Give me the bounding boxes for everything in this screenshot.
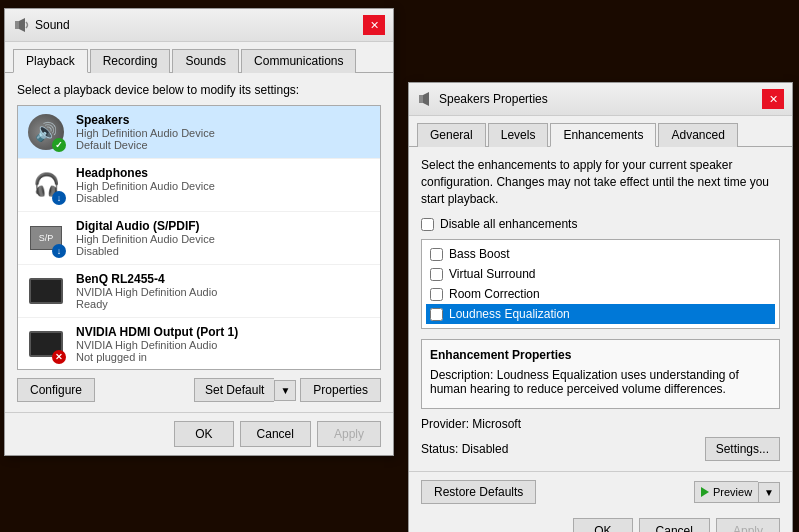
device-info-speakers: Speakers High Definition Audio Device De… bbox=[76, 113, 372, 151]
tab-playback[interactable]: Playback bbox=[13, 49, 88, 73]
device-icon-speakers: 🔊 ✓ bbox=[26, 112, 66, 152]
device-item-headphones[interactable]: 🎧 ↓ Headphones High Definition Audio Dev… bbox=[18, 159, 380, 212]
props-cancel-button[interactable]: Cancel bbox=[639, 518, 710, 532]
disable-all-checkbox[interactable] bbox=[421, 218, 434, 231]
settings-button[interactable]: Settings... bbox=[705, 437, 780, 461]
tab-sounds[interactable]: Sounds bbox=[172, 49, 239, 73]
sound-title-icon bbox=[13, 17, 29, 33]
device-sub2-hdmi: Not plugged in bbox=[76, 351, 372, 363]
svg-marker-1 bbox=[19, 18, 25, 32]
device-name-headphones: Headphones bbox=[76, 166, 372, 180]
props-apply-button[interactable]: Apply bbox=[716, 518, 780, 532]
description-row: Description: Loudness Equalization uses … bbox=[430, 368, 771, 396]
enhancements-list: Bass Boost Virtual Surround Room Correct… bbox=[421, 239, 780, 329]
props-close-button[interactable]: ✕ bbox=[762, 89, 784, 109]
device-sub2-digital: Disabled bbox=[76, 245, 372, 257]
sound-tab-bar: Playback Recording Sounds Communications bbox=[5, 42, 393, 73]
svg-marker-3 bbox=[423, 92, 429, 106]
device-name-hdmi: NVIDIA HDMI Output (Port 1) bbox=[76, 325, 372, 339]
badge-green-speakers: ✓ bbox=[52, 138, 66, 152]
properties-button[interactable]: Properties bbox=[300, 378, 381, 402]
monitor-icon-benq bbox=[29, 278, 63, 304]
sound-ok-button[interactable]: OK bbox=[174, 421, 233, 447]
device-info-headphones: Headphones High Definition Audio Device … bbox=[76, 166, 372, 204]
sound-titlebar: Sound ✕ bbox=[5, 9, 393, 42]
set-default-split: Set Default ▼ bbox=[194, 378, 296, 402]
svg-rect-2 bbox=[419, 95, 423, 103]
enhancement-loudness-eq[interactable]: Loudness Equalization bbox=[426, 304, 775, 324]
device-item-digital[interactable]: S/P ↓ Digital Audio (S/PDIF) High Defini… bbox=[18, 212, 380, 265]
play-triangle-icon bbox=[701, 487, 709, 497]
sound-dialog-title: Sound bbox=[35, 18, 70, 32]
device-icon-hdmi: ✕ bbox=[26, 324, 66, 364]
device-info-digital: Digital Audio (S/PDIF) High Definition A… bbox=[76, 219, 372, 257]
bass-boost-label: Bass Boost bbox=[449, 247, 510, 261]
badge-blue-digital: ↓ bbox=[52, 244, 66, 258]
device-sub1-benq: NVIDIA High Definition Audio bbox=[76, 286, 372, 298]
device-sub1-headphones: High Definition Audio Device bbox=[76, 180, 372, 192]
enhancement-virtual-surround[interactable]: Virtual Surround bbox=[426, 264, 775, 284]
props-dialog-title: Speakers Properties bbox=[439, 92, 548, 106]
props-title-icon bbox=[417, 91, 433, 107]
tab-communications[interactable]: Communications bbox=[241, 49, 356, 73]
device-item-speakers[interactable]: 🔊 ✓ Speakers High Definition Audio Devic… bbox=[18, 106, 380, 159]
enhancement-bass-boost[interactable]: Bass Boost bbox=[426, 244, 775, 264]
device-info-benq: BenQ RL2455-4 NVIDIA High Definition Aud… bbox=[76, 272, 372, 310]
disable-all-row: Disable all enhancements bbox=[421, 217, 780, 231]
enhancement-properties-section: Enhancement Properties Description: Loud… bbox=[421, 339, 780, 409]
device-sub2-speakers: Default Device bbox=[76, 139, 372, 151]
playback-description: Select a playback device below to modify… bbox=[17, 83, 381, 97]
props-tab-enhancements[interactable]: Enhancements bbox=[550, 123, 656, 147]
enhancement-props-title: Enhancement Properties bbox=[430, 348, 771, 362]
sound-cancel-button[interactable]: Cancel bbox=[240, 421, 311, 447]
device-info-hdmi: NVIDIA HDMI Output (Port 1) NVIDIA High … bbox=[76, 325, 372, 363]
device-item-hdmi[interactable]: ✕ NVIDIA HDMI Output (Port 1) NVIDIA Hig… bbox=[18, 318, 380, 370]
status-label: Status: Disabled bbox=[421, 442, 508, 456]
device-list[interactable]: 🔊 ✓ Speakers High Definition Audio Devic… bbox=[17, 105, 381, 370]
device-icon-headphones: 🎧 ↓ bbox=[26, 165, 66, 205]
sound-apply-button[interactable]: Apply bbox=[317, 421, 381, 447]
device-sub1-speakers: High Definition Audio Device bbox=[76, 127, 372, 139]
device-sub1-hdmi: NVIDIA High Definition Audio bbox=[76, 339, 372, 351]
bass-boost-checkbox[interactable] bbox=[430, 248, 443, 261]
set-default-button[interactable]: Set Default bbox=[194, 378, 274, 402]
room-correction-checkbox[interactable] bbox=[430, 288, 443, 301]
props-tab-general[interactable]: General bbox=[417, 123, 486, 147]
props-titlebar: Speakers Properties ✕ bbox=[409, 83, 792, 116]
preview-button[interactable]: Preview bbox=[694, 481, 758, 503]
props-tab-bar: General Levels Enhancements Advanced bbox=[409, 116, 792, 147]
props-titlebar-left: Speakers Properties bbox=[417, 91, 548, 107]
props-tab-levels[interactable]: Levels bbox=[488, 123, 549, 147]
virtual-surround-checkbox[interactable] bbox=[430, 268, 443, 281]
description-label: Description: bbox=[430, 368, 493, 382]
props-tab-advanced[interactable]: Advanced bbox=[658, 123, 737, 147]
preview-arrow-button[interactable]: ▼ bbox=[758, 482, 780, 503]
svg-rect-0 bbox=[15, 21, 19, 29]
device-name-speakers: Speakers bbox=[76, 113, 372, 127]
tab-recording[interactable]: Recording bbox=[90, 49, 171, 73]
virtual-surround-label: Virtual Surround bbox=[449, 267, 536, 281]
device-sub2-headphones: Disabled bbox=[76, 192, 372, 204]
badge-red-hdmi: ✕ bbox=[52, 350, 66, 364]
room-correction-label: Room Correction bbox=[449, 287, 540, 301]
props-enhancement-desc: Select the enhancements to apply for you… bbox=[421, 157, 780, 207]
enhancement-room-correction[interactable]: Room Correction bbox=[426, 284, 775, 304]
device-name-benq: BenQ RL2455-4 bbox=[76, 272, 372, 286]
preview-label: Preview bbox=[713, 486, 752, 498]
props-dialog-footer: Restore Defaults Preview ▼ bbox=[409, 471, 792, 512]
device-icon-digital: S/P ↓ bbox=[26, 218, 66, 258]
props-ok-button[interactable]: OK bbox=[573, 518, 632, 532]
speakers-properties-dialog: Speakers Properties ✕ General Levels Enh… bbox=[408, 82, 793, 532]
device-sub1-digital: High Definition Audio Device bbox=[76, 233, 372, 245]
provider-label: Provider: Microsoft bbox=[421, 417, 521, 431]
sound-close-button[interactable]: ✕ bbox=[363, 15, 385, 35]
sound-footer: OK Cancel Apply bbox=[5, 412, 393, 455]
sound-bottom-buttons: Configure Set Default ▼ Properties bbox=[17, 378, 381, 402]
set-default-arrow-button[interactable]: ▼ bbox=[274, 380, 296, 401]
loudness-eq-checkbox[interactable] bbox=[430, 308, 443, 321]
props-content: Select the enhancements to apply for you… bbox=[409, 147, 792, 471]
preview-group: Preview ▼ bbox=[694, 481, 780, 503]
configure-button[interactable]: Configure bbox=[17, 378, 95, 402]
device-item-benq[interactable]: BenQ RL2455-4 NVIDIA High Definition Aud… bbox=[18, 265, 380, 318]
restore-defaults-button[interactable]: Restore Defaults bbox=[421, 480, 536, 504]
